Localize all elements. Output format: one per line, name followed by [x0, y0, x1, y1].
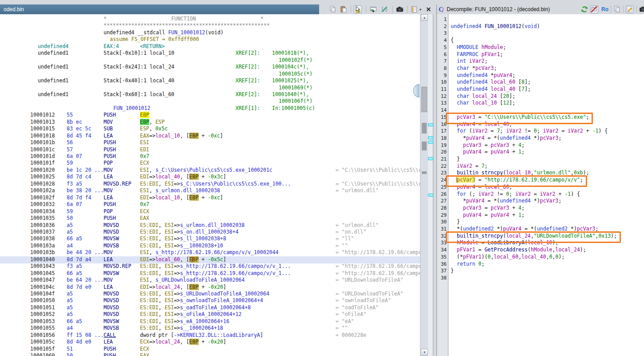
listing-row[interactable]: 1000105366 a5MOVSWES:EDI, ESI=>s_eA_1000…: [0, 318, 420, 325]
listing-row[interactable]: 10001047be 64 20 ...MOVESI, s_URLDownloa…: [0, 277, 420, 284]
decompiler-line[interactable]: iVar2 = 7;: [451, 163, 488, 170]
listing-row[interactable]: 1000101f59POPECX: [0, 160, 420, 167]
decompiler-line[interactable]: pcVar3 = pcVar3 + 4;: [451, 142, 524, 149]
listing-row[interactable]: undefined4 __stdcall FUN_10001012(void): [0, 29, 420, 36]
listing-row[interactable]: 1000102f8d 7d f4LEAEDI=>local_10, [EBP +…: [0, 194, 420, 202]
decompiler-line[interactable]: puVar4 = puVar4 + 1;: [451, 212, 524, 219]
refresh-button[interactable]: [580, 5, 588, 13]
list-view-dropdown[interactable]: ▼: [418, 5, 423, 13]
diff-view-button[interactable]: [380, 5, 388, 13]
copy-button[interactable]: [329, 5, 337, 13]
decompiler-line[interactable]: for (; iVar2 != 0; iVar2 = iVar2 + -1) {: [451, 191, 580, 198]
listing-row[interactable]: 1000103866 a5MOVSWES:EDI, ESI=>s_ll_1000…: [0, 235, 420, 243]
listing-row[interactable]: assume FS_OFFSET = 0xffdff000: [0, 36, 420, 43]
listing-row[interactable]: 1000103aa4MOVSBES:EDI, ESI=>s__10002038+…: [0, 243, 420, 250]
listing-row[interactable]: ****************************************…: [0, 22, 420, 29]
listing-scrollbar[interactable]: ▲ ▼: [420, 14, 428, 356]
scrollbar-thumb[interactable]: [421, 87, 427, 112]
listing-row[interactable]: 1000103bbe 44 20 ...MOVESI, s_http://178…: [0, 249, 420, 256]
listing-row[interactable]: 10001036a5MOVSDES:EDI, ESI=>s_urlmon.dll…: [0, 222, 420, 229]
listing-row[interactable]: 1000105c(*): [0, 71, 420, 78]
listing-row[interactable]: 10001052a5MOVSDES:EDI, ESI=>s_oFileA_100…: [0, 311, 420, 318]
decompiler-line[interactable]: }: [451, 156, 460, 163]
listing-row[interactable]: 10001055a4MOVSBES:EDI, ESI=>s__10002064+…: [0, 325, 420, 332]
decompiler-line[interactable]: {: [451, 37, 454, 44]
listing-row[interactable]: undefined1Stack[-0x24]:1 local_24XREF[2]…: [0, 64, 420, 71]
decompiler-line[interactable]: *puVar4 = *(undefined4 *)pcVar3;: [451, 135, 561, 142]
listing-row[interactable]: 10001051a5MOVSDES:EDI, ESI=>s_oadToFileA…: [0, 304, 420, 312]
scroll-down-button[interactable]: ▼: [421, 349, 428, 356]
listing-row[interactable]: 1000104fa5MOVSDES:EDI, ESI=>s_URLDownloa…: [0, 291, 420, 298]
reorder-toggle-button[interactable]: Ro: [601, 5, 609, 13]
copy-button[interactable]: [613, 5, 621, 13]
listing-row[interactable]: 1000101583 ec 5cSUBESP, 0x5c: [0, 125, 420, 133]
list-view-button[interactable]: [410, 5, 418, 13]
decompiler-line[interactable]: undefined4 FUN_10001012(void): [451, 23, 540, 30]
decompiler-line[interactable]: int iVar2;: [451, 58, 488, 65]
paste-button[interactable]: [340, 5, 348, 13]
listing-row-current[interactable]: 100010408d 7d a4LEAEDI=>local_60, [EBP +…: [0, 256, 420, 263]
listing-row[interactable]: 1000104c8d 7d e0LEAEDI=>local_24, [EBP +…: [0, 284, 420, 291]
decompiler-line[interactable]: char local_10 [12];: [451, 100, 515, 107]
decompiler-line[interactable]: *puVar4 = *(undefined4 *)pcVar3;: [451, 198, 561, 205]
listing-row[interactable]: 1000106f(*): [0, 98, 420, 105]
listing-row[interactable]: undefined4EAX:4<RETURN>: [0, 43, 420, 50]
graph-toggle-button[interactable]: [590, 5, 598, 13]
listing-title-bar[interactable]: oded.bin: [0, 4, 319, 14]
listing-row[interactable]: 100010258d 7d c4LEAEDI=>local_40, [EBP +…: [0, 174, 420, 181]
listing-row[interactable]: 10001037a5MOVSDES:EDI, ESI=>s_on.dll_100…: [0, 229, 420, 236]
decompiler-line[interactable]: puVar4 = puVar4 + 1;: [451, 149, 524, 156]
listing-row[interactable]: undefined1Stack[-0x10]:1 local_10XREF[2]…: [0, 50, 420, 57]
decompiler-line[interactable]: undefined4 local_60 [8];: [451, 79, 531, 86]
listing-row[interactable]: 1000103550PUSHEAX: [0, 215, 420, 222]
listing-row[interactable]: 10001069(*): [0, 85, 420, 92]
listing-row[interactable]: 1000101255PUSHEBP: [0, 112, 420, 119]
listing-row[interactable]: 10001028f3 a5MOVSD.REPES:EDI, ESI=>s_C:\…: [0, 181, 420, 188]
listing-row[interactable]: 1000104566 a5MOVSWES:EDI, ESI=>s_http://…: [0, 270, 420, 277]
decompiler-line[interactable]: }: [451, 267, 454, 275]
listing-row[interactable]: 10001050a5MOVSDES:EDI, ESI=>s_ownloadToF…: [0, 297, 420, 304]
capture-button[interactable]: [396, 5, 404, 13]
listing-row[interactable]: 1000105c8d 4d e0LEAECX=>local_24, [EBP +…: [0, 339, 420, 346]
decompiler-line[interactable]: }: [451, 218, 460, 226]
listing-row[interactable]: 1000105f51PUSHECX: [0, 346, 420, 353]
listing-row[interactable]: 1000102abe 38 20 ...MOVESI, s_urlmon.dll…: [0, 187, 420, 194]
listing-row[interactable]: * FUNCTION *: [0, 16, 420, 23]
listing-row[interactable]: undefined1Stack[-0x40]:1 local_40XREF[2]…: [0, 77, 420, 85]
listing-row[interactable]: 1000101b56PUSHESI: [0, 139, 420, 146]
decompiler-line[interactable]: char local_24 [20];: [451, 93, 515, 100]
listing-row[interactable]: 10001043f3 a5MOVSD.REPES:EDI, ESI=>s_htt…: [0, 263, 420, 270]
close-panel-button[interactable]: ✕: [424, 5, 432, 13]
capture-button[interactable]: [639, 5, 644, 13]
decompiler-line[interactable]: undefined4 local_40 [7];: [451, 86, 531, 93]
decompiler-line[interactable]: pFVar1 = GetProcAddress(hModule,local_24…: [451, 247, 586, 254]
decompiler-line[interactable]: return 0;: [451, 261, 484, 268]
listing-row[interactable]: 100010138b ecMOVEBP, ESP: [0, 119, 420, 126]
decompiler-line[interactable]: pcVar3 = pcVar3 + 4;: [451, 205, 524, 212]
listing-field: EAX=>local_10, [EBP + -0xc]: [140, 133, 223, 139]
listing-row[interactable]: 1000101c57PUSHEDI: [0, 146, 420, 154]
decompiler-panel-header[interactable]: Cf Decompile: FUN_10001012 - (decoded.bi…: [437, 4, 644, 14]
listing-row[interactable]: undefined1Stack[-0x60]:1 local_60XREF[2]…: [0, 91, 420, 98]
edit-function-button[interactable]: [626, 5, 634, 13]
listing-row[interactable]: 100010188d 45 f4LEAEAX=>local_10, [EBP +…: [0, 133, 420, 140]
decompiler-line[interactable]: (*pFVar1)(0,local_60,local_40,0,0);: [451, 254, 564, 261]
listing-view[interactable]: * FUNCTION *****************************…: [0, 14, 420, 356]
decompiler-view[interactable]: 1234567891011121314151617181920212223242…: [437, 14, 644, 356]
listing-row[interactable]: 1000103459POPECX: [0, 208, 420, 215]
listing-row[interactable]: 100010326a 07PUSH0x7: [0, 201, 420, 208]
decompiler-line[interactable]: undefined4 *puVar4;: [451, 72, 515, 79]
decompiler-line[interactable]: for (iVar2 = 7; iVar2 != 0; iVar2 = iVar…: [451, 128, 608, 135]
listing-row[interactable]: 10001056ff 15 08 ...CALLdword ptr [->KER…: [0, 332, 420, 339]
scroll-up-button[interactable]: ▲: [421, 14, 428, 21]
selection-tool-button[interactable]: [354, 5, 362, 13]
listing-row[interactable]: 1000106050PUSHEAX: [0, 352, 420, 356]
snapshot-table-button[interactable]: [369, 5, 377, 13]
listing-row[interactable]: 1000101d6a 07PUSH0x7: [0, 153, 420, 160]
listing-row[interactable]: FUN_10001012XREF[1]:In:10001005(c): [0, 105, 420, 112]
decompiler-line[interactable]: FARPROC pFVar1;: [451, 51, 503, 58]
decompiler-line[interactable]: char *pcVar3;: [451, 65, 497, 72]
listing-row[interactable]: 1000102f(*): [0, 57, 420, 64]
decompiler-line[interactable]: HMODULE hModule;: [451, 44, 506, 51]
listing-row[interactable]: 10001020be 1c 20 ...MOVESI, s_C:\Users\P…: [0, 167, 420, 174]
